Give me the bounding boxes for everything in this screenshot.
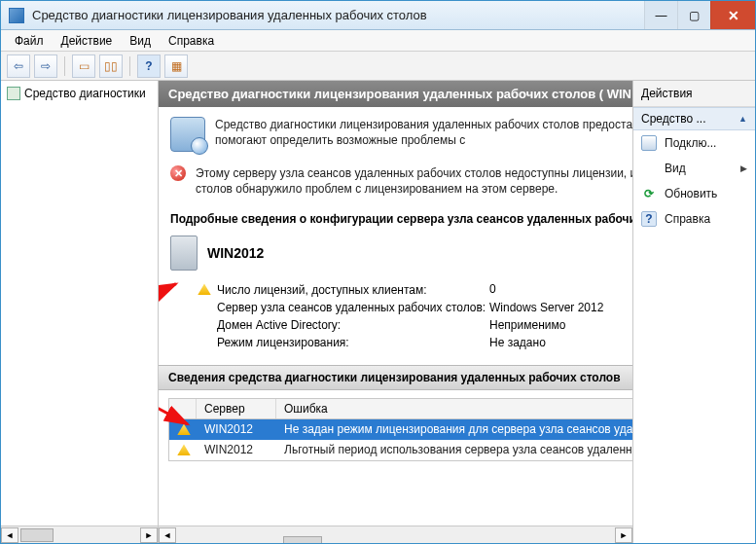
action-connect[interactable]: Подклю... [633, 130, 755, 156]
scroll-right-icon[interactable]: ► [140, 527, 158, 543]
menu-action[interactable]: Действие [54, 32, 121, 50]
warning-icon [198, 283, 211, 295]
kv-key: Число лицензий, доступных клиентам: [217, 283, 427, 297]
scroll-thumb[interactable] [20, 528, 54, 542]
diagnostics-large-icon [170, 117, 205, 152]
scroll-thumb[interactable] [283, 536, 322, 544]
connect-icon [641, 135, 657, 151]
kv-value: Неприменимо [489, 318, 565, 332]
window-title: Средство диагностики лицензирования удал… [32, 8, 644, 22]
col-error[interactable]: Ошибка [276, 399, 632, 418]
toolbar-view-button[interactable]: ▭ [72, 54, 95, 78]
workspace: Средство диагностики ◄ ► Средство диагно… [1, 81, 755, 543]
center-pane: Средство диагностики лицензирования удал… [159, 81, 633, 543]
action-label: Обновить [665, 187, 717, 200]
toolbar-pane-button[interactable]: ▯▯ [99, 54, 123, 78]
diagnostics-table: Сервер Ошибка WIN2012 Не задан режим лиц… [168, 398, 632, 461]
main-header: Средство диагностики лицензирования удал… [159, 81, 632, 107]
kv-row: Режим лицензирования: Не задано [198, 334, 632, 351]
kv-key: Сервер узла сеансов удаленных рабочих ст… [217, 301, 486, 314]
nav-forward-button[interactable]: ⇨ [34, 54, 57, 78]
action-view[interactable]: Вид ▶ [633, 156, 755, 181]
center-hscrollbar[interactable]: ◄ ► [159, 526, 632, 543]
action-label: Подклю... [665, 136, 716, 150]
help-icon: ? [641, 211, 657, 227]
view-icon [641, 161, 657, 176]
cell-error: Льготный период использования сервера уз… [276, 440, 632, 460]
kv-row: Число лицензий, доступных клиентам: 0 [198, 280, 632, 299]
action-help[interactable]: ? Справка [633, 206, 755, 232]
scroll-right-icon[interactable]: ► [615, 527, 632, 543]
server-icon [170, 236, 198, 271]
cell-server: WIN2012 [197, 440, 276, 460]
warning-icon [177, 423, 191, 435]
intro-row: Средство диагностики лицензирования удал… [159, 107, 632, 162]
tree-root-item[interactable]: Средство диагностики [3, 85, 156, 102]
close-button[interactable]: ✕ [710, 1, 755, 29]
nav-back-button[interactable]: ⇦ [7, 54, 30, 78]
menu-view[interactable]: Вид [122, 32, 159, 50]
collapse-icon[interactable]: ▲ [738, 114, 747, 124]
kv-row: Сервер узла сеансов удаленных рабочих ст… [198, 299, 632, 316]
config-heading: Подробные сведения о конфигурации сервер… [159, 206, 632, 236]
action-refresh[interactable]: ⟳ Обновить [633, 181, 755, 206]
table-row[interactable]: WIN2012 Льготный период использования се… [169, 440, 632, 460]
error-row: ✕ Этому серверу узла сеансов удаленных р… [159, 162, 632, 206]
toolbar-tiles-button[interactable]: ▦ [164, 54, 188, 78]
refresh-icon: ⟳ [641, 186, 657, 201]
table-header: Сервер Ошибка [169, 399, 632, 419]
warning-icon [177, 444, 191, 455]
actions-group-title[interactable]: Средство ... ▲ [633, 107, 755, 130]
col-icon[interactable] [169, 399, 197, 418]
chevron-right-icon: ▶ [740, 163, 747, 173]
cell-error: Не задан режим лицензирования для сервер… [276, 419, 632, 440]
menubar: Файл Действие Вид Справка [1, 30, 755, 52]
tree-root-label: Средство диагностики [24, 87, 146, 100]
minimize-button[interactable]: — [644, 1, 677, 29]
config-kv-block: Число лицензий, доступных клиентам: 0 Се… [159, 280, 632, 365]
app-icon [9, 8, 24, 23]
cell-server: WIN2012 [197, 419, 276, 440]
kv-row: Домен Active Directory: Неприменимо [198, 316, 632, 334]
server-row: WIN2012 [159, 236, 632, 280]
kv-value: Не задано [489, 336, 546, 349]
col-server[interactable]: Сервер [197, 399, 276, 418]
action-label: Вид [665, 162, 686, 175]
server-name: WIN2012 [207, 245, 264, 261]
actions-title: Действия [633, 81, 755, 107]
menu-help[interactable]: Справка [161, 32, 222, 50]
scroll-left-icon[interactable]: ◄ [159, 527, 176, 543]
maximize-button[interactable]: ▢ [677, 1, 710, 29]
kv-key: Режим лицензирования: [217, 336, 349, 349]
tree-pane: Средство диагностики ◄ ► [1, 81, 159, 543]
actions-pane: Действия Средство ... ▲ Подклю... Вид ▶ … [633, 81, 755, 543]
error-icon: ✕ [170, 165, 186, 181]
kv-value: 0 [489, 282, 496, 297]
action-label: Справка [665, 212, 710, 226]
titlebar: Средство диагностики лицензирования удал… [1, 1, 755, 30]
toolbar-help-button[interactable]: ? [137, 54, 161, 78]
toolbar-separator [64, 56, 65, 76]
toolbar: ⇦ ⇨ ▭ ▯▯ ? ▦ [1, 52, 755, 81]
toolbar-separator [129, 56, 130, 76]
diagnostics-icon [7, 87, 20, 100]
diagnostics-header: Сведения средства диагностики лицензиров… [159, 365, 632, 390]
scroll-left-icon[interactable]: ◄ [1, 527, 18, 543]
kv-key: Домен Active Directory: [217, 318, 341, 332]
menu-file[interactable]: Файл [7, 32, 52, 50]
actions-group-label: Средство ... [641, 112, 706, 126]
intro-text: Средство диагностики лицензирования удал… [215, 117, 632, 148]
tree-hscrollbar[interactable]: ◄ ► [1, 526, 158, 543]
error-text: Этому серверу узла сеансов удаленных раб… [196, 165, 632, 197]
window-buttons: — ▢ ✕ [644, 1, 755, 29]
table-row[interactable]: WIN2012 Не задан режим лицензирования дл… [169, 419, 632, 440]
kv-value: Windows Server 2012 [489, 301, 603, 314]
